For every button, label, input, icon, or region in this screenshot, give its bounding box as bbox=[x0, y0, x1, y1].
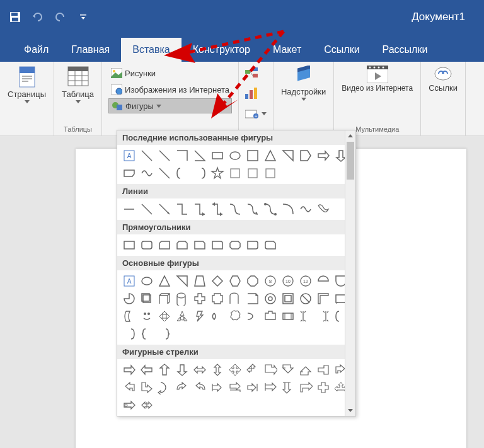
tab-layout[interactable]: Макет bbox=[262, 38, 313, 62]
shape-item[interactable] bbox=[280, 147, 296, 164]
shape-item[interactable] bbox=[262, 308, 279, 325]
shape-item[interactable] bbox=[139, 290, 155, 307]
shape-item[interactable] bbox=[156, 165, 173, 181]
shape-item[interactable] bbox=[280, 201, 296, 217]
shape-item[interactable] bbox=[315, 362, 331, 378]
shape-item[interactable] bbox=[156, 379, 173, 396]
shape-item[interactable] bbox=[174, 201, 190, 217]
shape-item[interactable] bbox=[192, 362, 208, 378]
shape-item[interactable] bbox=[156, 147, 173, 164]
shape-item[interactable] bbox=[209, 147, 226, 164]
shape-item[interactable] bbox=[156, 290, 173, 307]
shape-item[interactable]: A bbox=[121, 273, 137, 289]
shape-item[interactable] bbox=[139, 397, 155, 413]
shape-item[interactable] bbox=[209, 308, 226, 325]
scroll-down-arrow[interactable] bbox=[345, 405, 355, 416]
shape-item[interactable] bbox=[315, 379, 331, 396]
shape-item[interactable] bbox=[174, 237, 190, 253]
shape-item[interactable] bbox=[245, 147, 261, 164]
shape-item[interactable] bbox=[139, 201, 155, 217]
shape-item[interactable] bbox=[245, 379, 261, 396]
tab-file[interactable]: Файл bbox=[13, 38, 60, 62]
shape-item[interactable] bbox=[156, 362, 173, 378]
shape-item[interactable] bbox=[121, 326, 137, 342]
shape-item[interactable] bbox=[280, 362, 296, 378]
shape-item[interactable] bbox=[192, 379, 208, 396]
shape-item[interactable] bbox=[192, 273, 208, 289]
shape-item[interactable] bbox=[227, 201, 243, 217]
shape-item[interactable] bbox=[245, 290, 261, 307]
shape-item[interactable] bbox=[262, 290, 279, 307]
shape-item[interactable] bbox=[209, 201, 226, 217]
shape-item[interactable] bbox=[227, 290, 243, 307]
shape-item[interactable] bbox=[245, 362, 261, 378]
online-pictures-button[interactable]: Изображения из Интернета bbox=[108, 82, 232, 97]
shape-item[interactable] bbox=[174, 290, 190, 307]
shape-item[interactable] bbox=[227, 362, 243, 378]
shape-item[interactable] bbox=[139, 273, 155, 289]
shape-item[interactable] bbox=[315, 201, 331, 217]
shape-item[interactable] bbox=[227, 379, 243, 396]
shape-item[interactable] bbox=[192, 308, 208, 325]
chart-button[interactable] bbox=[243, 86, 269, 101]
shape-item[interactable]: 10 bbox=[280, 273, 296, 289]
shape-item[interactable] bbox=[121, 379, 137, 396]
shape-item[interactable] bbox=[297, 308, 314, 325]
shape-item[interactable] bbox=[297, 147, 314, 164]
shape-item[interactable] bbox=[192, 147, 208, 164]
undo-button[interactable] bbox=[29, 8, 47, 26]
shape-item[interactable] bbox=[139, 165, 155, 181]
shape-item[interactable] bbox=[192, 201, 208, 217]
shape-item[interactable] bbox=[262, 237, 279, 253]
screenshot-button[interactable]: + bbox=[243, 106, 269, 121]
shape-item[interactable] bbox=[280, 290, 296, 307]
shape-item[interactable] bbox=[262, 379, 279, 396]
shape-item[interactable] bbox=[121, 397, 137, 413]
shape-item[interactable] bbox=[174, 379, 190, 396]
table-button[interactable]: Таблица bbox=[59, 64, 96, 105]
online-video-button[interactable]: Видео из Интернета bbox=[339, 64, 415, 94]
shape-item[interactable] bbox=[209, 362, 226, 378]
shape-item[interactable]: 12 bbox=[297, 273, 314, 289]
shape-item[interactable] bbox=[121, 165, 137, 181]
shape-item[interactable] bbox=[139, 147, 155, 164]
redo-button[interactable] bbox=[52, 8, 69, 26]
shape-item[interactable] bbox=[139, 237, 155, 253]
shape-item[interactable] bbox=[297, 362, 314, 378]
shape-item[interactable] bbox=[297, 201, 314, 217]
shape-item[interactable] bbox=[121, 290, 137, 307]
shape-item[interactable] bbox=[156, 237, 173, 253]
shape-item[interactable] bbox=[315, 273, 331, 289]
shape-item[interactable] bbox=[245, 237, 261, 253]
shape-item[interactable] bbox=[315, 308, 331, 325]
shape-item[interactable] bbox=[192, 290, 208, 307]
shape-item[interactable] bbox=[192, 165, 208, 181]
scroll-thumb[interactable] bbox=[347, 142, 354, 180]
shape-item[interactable] bbox=[245, 165, 261, 181]
shape-item[interactable] bbox=[156, 273, 173, 289]
shape-item[interactable] bbox=[280, 308, 296, 325]
shape-item[interactable] bbox=[262, 147, 279, 164]
addins-button[interactable]: Надстройки bbox=[279, 64, 328, 102]
shape-item[interactable] bbox=[227, 147, 243, 164]
shape-item[interactable]: 8 bbox=[262, 273, 279, 289]
shape-item[interactable] bbox=[121, 237, 137, 253]
shape-item[interactable] bbox=[227, 308, 243, 325]
tab-insert[interactable]: Вставка bbox=[121, 38, 181, 62]
tab-design[interactable]: Конструктор bbox=[182, 38, 262, 62]
shape-item[interactable] bbox=[209, 290, 226, 307]
customize-qat-dropdown[interactable] bbox=[74, 8, 92, 26]
tab-references[interactable]: Ссылки bbox=[313, 38, 371, 62]
shape-item[interactable] bbox=[297, 290, 314, 307]
shape-item[interactable] bbox=[192, 237, 208, 253]
shape-item[interactable] bbox=[156, 326, 173, 342]
shape-item[interactable] bbox=[262, 165, 279, 181]
shape-item[interactable] bbox=[156, 308, 173, 325]
shapes-scrollbar[interactable] bbox=[345, 130, 355, 416]
shape-item[interactable] bbox=[121, 201, 137, 217]
shape-item[interactable] bbox=[262, 201, 279, 217]
smartart-button[interactable] bbox=[243, 66, 269, 81]
shape-item[interactable] bbox=[139, 379, 155, 396]
shape-item[interactable] bbox=[297, 379, 314, 396]
scroll-up-arrow[interactable] bbox=[345, 130, 355, 141]
